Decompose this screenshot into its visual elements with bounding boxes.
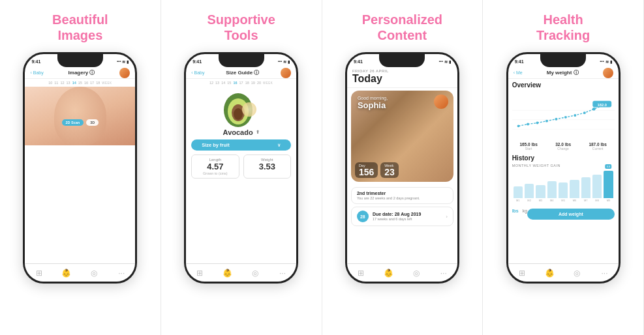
svg-point-9 [536,122,538,124]
week-20-p2[interactable]: 20 [257,81,261,85]
signal-icon: ▪▪▪ [117,59,121,63]
week-12-p2[interactable]: 12 [209,81,213,85]
week-selector-1: 10 11 12 13 14 15 16 17 18 WEEK [25,79,135,87]
week-14-p2[interactable]: 14 [221,81,225,85]
week-badge: Week 23 [380,162,399,178]
chevron-left-icon: ‹ [30,70,31,75]
chevron-right-icon: › [446,214,448,220]
tab-baby-3[interactable]: 👶 [382,267,394,279]
unit-kg[interactable]: kg [523,209,527,213]
week-10[interactable]: 10 [48,81,52,85]
chevron-left-icon-2: ‹ [191,70,192,75]
panel3-title: PersonalizedContent [362,12,442,43]
tab-baby-1[interactable]: 👶 [61,267,72,279]
length-value: 4.57 [194,162,236,171]
size-by-fruit-selector[interactable]: Size by fruit ∨ [191,139,291,151]
scan-2d-btn[interactable]: 2D Scan [62,119,84,126]
wifi-icon: ≋ [122,59,125,64]
status-icons-4: ▪▪▪ ≋ ▮ [600,59,611,64]
day-week-badges: Day 156 Week 23 [355,162,450,178]
status-bar-3: 9:41 ▪▪▪ ≋ ▮ [347,54,457,67]
tab-home-4[interactable]: ⊞ [516,267,528,279]
tab-profile-4[interactable]: ◎ [571,267,583,279]
bar-m2-label: M2 [527,199,531,202]
status-bar-2: 9:41 ▪▪▪ ≋ ▮ [186,54,296,67]
week-17-p2[interactable]: 17 [239,81,243,85]
week-12[interactable]: 12 [60,81,64,85]
week-19-p2[interactable]: 19 [251,81,255,85]
tab-profile-3[interactable]: ◎ [410,267,422,279]
nav-bar-2: ‹ Baby Size Guide ⓘ [186,67,296,79]
back-button-2[interactable]: ‹ Baby [191,70,204,75]
bar-m6-rect [570,180,579,198]
avatar-2[interactable] [281,68,291,78]
add-weight-button[interactable]: Add weight [527,209,614,220]
week-17[interactable]: 17 [90,81,94,85]
tab-home-3[interactable]: ⊞ [355,267,367,279]
unit-lbs[interactable]: lbs [512,209,519,213]
tab-baby-2[interactable]: 👶 [222,267,234,279]
week-15-p2[interactable]: 15 [227,81,231,85]
share-icon[interactable]: ⬆ [256,130,260,135]
length-box: Length 4.57 Grown to (cms) [191,154,239,179]
bar-m4-label: M4 [550,199,554,202]
wifi-icon-2: ≋ [283,59,286,64]
week-label-2: WEEK [263,81,273,85]
week-13[interactable]: 13 [67,81,70,85]
tab-home-2[interactable]: ⊞ [194,267,206,279]
svg-point-8 [527,123,529,126]
tab-more-3[interactable]: ··· [438,267,450,279]
trimester-title: 2nd trimester [357,191,448,196]
avocado-image [219,89,264,128]
user-avatar-3[interactable] [434,95,448,109]
bar-m5: M5 [559,182,568,202]
bar-m8: M8 [592,175,602,202]
tab-profile-1[interactable]: ◎ [88,267,100,279]
current-value: 187.0 lbs [581,142,615,147]
change-stat: 32.0 lbs Change [547,142,580,151]
tab-baby-4[interactable]: 👶 [544,267,555,279]
avatar-4[interactable] [603,68,613,78]
week-18-p2[interactable]: 18 [245,81,249,85]
tab-home-1[interactable]: ⊞ [33,267,45,279]
tab-more-2[interactable]: ··· [277,267,288,279]
greeting-container: Good morning, Sophia [358,96,388,110]
phone3: 9:41 ▪▪▪ ≋ ▮ FRIDAY 26 APRIL Today [345,52,459,284]
back-button-4[interactable]: ‹ Me [514,70,523,75]
bar-m9: 6.8 M9 [604,171,613,202]
bar-m6-label: M6 [573,199,577,202]
nav-title-4: My weight ⓘ [547,69,579,76]
avatar-1[interactable] [119,68,130,78]
due-date-card[interactable]: 28 Due date: 28 Aug 2019 17 weeks and 6 … [351,207,453,226]
chevron-left-icon-4: ‹ [514,70,515,75]
current-label: Current [581,147,615,151]
today-title: Today [352,73,452,85]
week-15[interactable]: 15 [78,81,82,85]
svg-point-12 [564,116,567,119]
week-16-p2[interactable]: 16 [233,81,237,85]
back-button-1[interactable]: ‹ Baby [30,70,43,75]
tab-more-1[interactable]: ··· [115,267,127,279]
scan-buttons: 2D Scan 3D [25,119,135,126]
nav-back-label-4: Me [516,70,523,75]
tab-profile-2[interactable]: ◎ [249,267,261,279]
tab-more-4[interactable]: ··· [599,267,611,279]
nav-bar-1: ‹ Baby Imagery ⓘ [25,67,135,79]
bar-m4-rect [547,181,557,198]
bar-m1-label: M1 [516,199,520,202]
week-11[interactable]: 11 [54,81,58,85]
svg-point-13 [574,114,576,117]
size-screen: Avocado ⬆ Size by fruit ∨ Length 4.57 Gr… [186,87,296,198]
measurements-container: Length 4.57 Grown to (cms) Weight 3.53 [191,154,291,179]
bar-m1: M1 [514,186,523,202]
due-circle: 28 [357,211,369,222]
week-14[interactable]: 14 [72,81,76,85]
week-18[interactable]: 18 [96,81,100,85]
status-icons-3: ▪▪▪ ≋ ▮ [438,59,450,64]
bar-m1-rect [514,186,523,198]
week-13-p2[interactable]: 13 [215,81,219,85]
current-stat: 187.0 lbs Current [581,142,615,151]
wifi-icon-4: ≋ [606,59,609,64]
scan-3d-btn[interactable]: 3D [86,119,99,126]
week-16[interactable]: 16 [84,81,88,85]
